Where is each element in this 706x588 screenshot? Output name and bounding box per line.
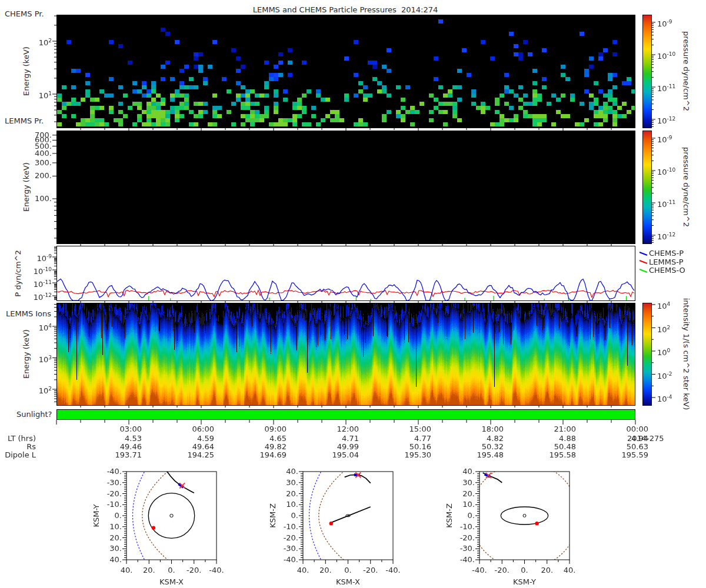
colorbar-tick: 100 bbox=[657, 346, 670, 357]
y-axis-label-energy-p1: Energy (keV) bbox=[22, 46, 31, 96]
row-value: 50.32 bbox=[482, 442, 504, 451]
sunlight-bar bbox=[56, 409, 635, 420]
hour-label: 15:00 bbox=[409, 425, 431, 433]
label-lemms-pr: LEMMS Pr. bbox=[5, 116, 44, 125]
orbit_yz-ytick: 40. bbox=[462, 467, 475, 476]
spacecraft-marker bbox=[485, 474, 490, 476]
row-value: 4.53 bbox=[125, 434, 142, 443]
orbit_xz-content bbox=[309, 469, 371, 562]
orbit_xz-xlabel: KSM-X bbox=[336, 577, 360, 586]
p2-ytick: 200. bbox=[35, 171, 52, 180]
orbit_xy-ytick: 30. bbox=[109, 544, 122, 553]
colorbar-tick: 10-11 bbox=[657, 82, 675, 93]
orbit_xy-xtick: 0. bbox=[168, 566, 175, 574]
orbit_xz-ytick: -20. bbox=[284, 533, 298, 542]
legend-label: CHEMS-P bbox=[649, 249, 684, 258]
hour-label: 03:00 bbox=[120, 425, 142, 433]
row-value: 193.71 bbox=[115, 450, 142, 459]
orbit_yz-xlabel: KSM-Y bbox=[513, 577, 536, 586]
row-value: 4.71 bbox=[342, 434, 359, 443]
p3-ytick: 10-10 bbox=[34, 265, 52, 276]
page-title: LEMMS and CHEMS Particle Pressures 2014:… bbox=[253, 5, 438, 14]
colorbar-intensity bbox=[642, 303, 652, 406]
row-value: 4.77 bbox=[414, 434, 431, 443]
orbit_xy-ytick: 40. bbox=[109, 555, 122, 564]
orbit_xy-xtick: 20. bbox=[143, 566, 155, 574]
p4-ytick: 102 bbox=[39, 385, 52, 395]
spacecraft-x-marker bbox=[179, 483, 185, 488]
p4-ytick: 103 bbox=[39, 353, 52, 364]
orbit_yz-ytick: 0. bbox=[468, 511, 475, 520]
spacecraft-x-marker bbox=[355, 472, 361, 477]
p3-ytick: 10-11 bbox=[34, 278, 52, 289]
colorbar-tick: 10-12 bbox=[657, 230, 675, 241]
colorbar-label-pressure-2: pressure dyne/cm^2 bbox=[682, 147, 691, 227]
colorbar-tick: 10-12 bbox=[657, 115, 675, 125]
legend-line-icon bbox=[639, 268, 649, 273]
hour-label: 06:00 bbox=[192, 425, 214, 433]
row-value: 194.25 bbox=[188, 450, 215, 459]
row-label: Rs bbox=[26, 442, 36, 451]
row-value: 49.46 bbox=[120, 442, 142, 451]
spacecraft-marker bbox=[179, 484, 184, 487]
orbit_yz-ytick: 30. bbox=[462, 478, 475, 487]
orbit_xz-ytick: -40. bbox=[284, 555, 298, 564]
legend-label: CHEMS-O bbox=[649, 266, 685, 275]
hour-label: 00:00 bbox=[627, 425, 648, 433]
orbit_xz-xtick: -40. bbox=[385, 566, 400, 574]
colorbar-tick: 10-10 bbox=[657, 50, 675, 61]
orbit_xy-ytick: -10. bbox=[107, 500, 122, 509]
p2-ytick: 400. bbox=[35, 149, 52, 158]
lemms-pressure-spectrogram bbox=[56, 131, 635, 244]
orbit_xz-ytick: 0. bbox=[291, 511, 298, 520]
hour-label: 21:00 bbox=[554, 425, 576, 433]
label-lemms-ions: LEMMS Ions bbox=[6, 309, 51, 318]
moon-marker bbox=[152, 526, 155, 529]
spacecraft-marker bbox=[354, 475, 360, 476]
orbit_xy-xlabel: KSM-X bbox=[159, 577, 184, 586]
p1-ytick: 102 bbox=[39, 36, 52, 47]
colorbar-tick: 104 bbox=[657, 300, 670, 310]
row-value: 4.82 bbox=[487, 434, 504, 443]
legend-line-icon bbox=[639, 259, 649, 265]
hour-label: 18:00 bbox=[482, 425, 504, 433]
row-value: 195.59 bbox=[622, 450, 649, 459]
colorbar-tick: 10-2 bbox=[657, 370, 672, 380]
p2-ytick: 300. bbox=[35, 158, 52, 167]
orbit_xy-content bbox=[133, 469, 195, 562]
hour-label: 09:00 bbox=[265, 425, 287, 433]
row-label: Dipole L bbox=[5, 450, 36, 459]
orbit_xz-ytick: 10. bbox=[286, 500, 298, 509]
orbit_yz-ytick: -30. bbox=[460, 544, 475, 553]
row-value: 195.04 bbox=[332, 450, 359, 459]
orbit_yz-ytick: -10. bbox=[460, 522, 475, 531]
orbit_yz-ylabel: KSM-Z bbox=[445, 503, 454, 528]
row-value: 50.16 bbox=[409, 442, 431, 451]
spacecraft-x-marker bbox=[486, 473, 491, 478]
chems-pressure-spectrogram bbox=[56, 15, 635, 128]
orbit_xy-xtick: -40. bbox=[209, 566, 224, 574]
row-value: 4.65 bbox=[269, 434, 287, 443]
orbit_xz-ytick: -30. bbox=[284, 544, 298, 553]
hour-label: 12:00 bbox=[337, 425, 359, 433]
orbit_xz-ytick: -10. bbox=[284, 522, 298, 531]
orbit_xy-ytick: 0. bbox=[115, 511, 122, 520]
y-axis-label-energy-p4: Energy (keV) bbox=[22, 329, 31, 379]
orbit_xy-xtick: 40. bbox=[121, 566, 133, 574]
orbit_yz-xtick: -20. bbox=[495, 566, 509, 574]
row-value: 195.30 bbox=[405, 450, 432, 459]
orbit_xz-xtick: 0. bbox=[344, 566, 351, 574]
colorbar-label-intensity: intensity 1/(s cm^2 ster keV) bbox=[682, 298, 691, 410]
date-label: 2014-275 bbox=[627, 434, 664, 443]
orbit_xz-ytick: 40. bbox=[286, 467, 298, 476]
orbit_yz-xtick: 40. bbox=[564, 566, 576, 574]
p1-ytick: 101 bbox=[39, 89, 52, 100]
legend-label: LEMMS-P bbox=[649, 258, 684, 266]
orbit_yz-ytick: 10. bbox=[462, 500, 475, 509]
orbit_yz-content bbox=[471, 463, 579, 569]
row-value: 50.48 bbox=[554, 442, 576, 451]
legend-item-chems-p: CHEMS-P bbox=[639, 249, 684, 258]
legend-item-chems-o: CHEMS-O bbox=[639, 266, 685, 275]
colorbar-pressure-1 bbox=[642, 15, 652, 128]
figure-root: LEMMS and CHEMS Particle Pressures 2014:… bbox=[0, 0, 706, 588]
